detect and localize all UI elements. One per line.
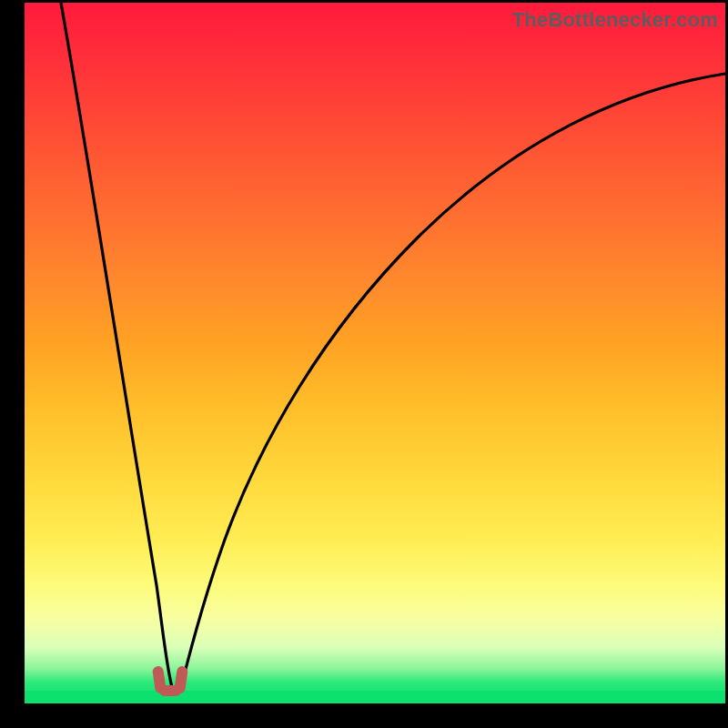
bottleneck-curve xyxy=(25,3,725,703)
plot-area: TheBottlenecker.com xyxy=(25,3,725,703)
green-baseline xyxy=(25,691,725,703)
curve-path xyxy=(61,3,725,687)
optimal-marker xyxy=(152,665,188,696)
marker-base xyxy=(159,685,181,696)
chart-frame: TheBottlenecker.com xyxy=(0,0,728,728)
